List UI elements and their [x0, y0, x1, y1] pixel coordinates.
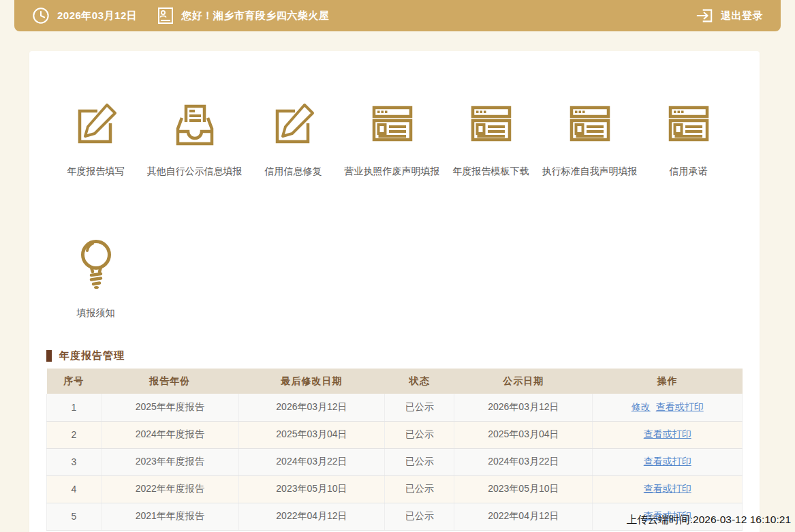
view-print-link[interactable]: 查看或打印 — [644, 428, 691, 439]
action-label: 其他自行公示信息填报 — [147, 166, 243, 178]
view-print-link[interactable]: 查看或打印 — [644, 483, 691, 494]
header-actions: 操作 — [593, 369, 743, 394]
topbar: 2026年03月12日 您好！湘乡市育段乡四六柴火屋 退出登录 — [14, 0, 781, 31]
action-label: 年度报告填写 — [67, 166, 125, 178]
action-credit-commitment[interactable]: 信用承诺 — [639, 99, 738, 178]
action-label: 信用承诺 — [670, 166, 708, 178]
cell-status: 已公示 — [385, 421, 454, 448]
logout-button[interactable]: 退出登录 — [696, 7, 763, 25]
action-license-void-declare[interactable]: 营业执照作废声明填报 — [343, 99, 441, 178]
cell-published: 2026年03月12日 — [454, 394, 593, 421]
cell-year: 2023年年度报告 — [101, 448, 238, 475]
current-date: 2026年03月12日 — [57, 10, 137, 22]
table-header-row: 序号 报告年份 最后修改日期 状态 公示日期 操作 — [47, 369, 743, 394]
cell-year: 2025年年度报告 — [101, 394, 238, 421]
logout-icon — [696, 7, 713, 25]
cell-actions: 查看或打印 — [593, 448, 743, 475]
edit-icon — [72, 99, 121, 148]
main-card: 年度报告填写 其他自行公示信息填报 — [29, 51, 760, 532]
topbar-left: 2026年03月12日 您好！湘乡市育段乡四六柴火屋 — [32, 7, 329, 25]
header-published: 公示日期 — [454, 369, 593, 394]
cell-published: 2025年03月04日 — [454, 421, 593, 448]
section-header: 年度报告管理 — [46, 349, 760, 362]
cell-published: 2023年05月10日 — [454, 475, 593, 503]
form-icon — [368, 99, 417, 148]
cell-no: 5 — [47, 503, 102, 530]
cell-actions: 修改查看或打印 — [593, 394, 743, 421]
inbox-doc-icon — [170, 99, 219, 148]
cell-actions: 查看或打印 — [593, 421, 743, 448]
action-filing-notice[interactable]: 填报须知 — [46, 240, 145, 319]
table-row: 42022年年度报告2023年05月10日已公示2023年05月10日查看或打印 — [47, 475, 743, 503]
action-credit-repair[interactable]: 信用信息修复 — [244, 99, 343, 178]
cell-modified: 2023年05月10日 — [238, 475, 384, 503]
section-marker — [46, 350, 52, 362]
view-print-link[interactable]: 查看或打印 — [644, 456, 691, 467]
cell-modified: 2025年03月04日 — [238, 421, 384, 448]
header-status: 状态 — [385, 369, 454, 394]
cell-no: 2 — [47, 421, 102, 448]
cell-status: 已公示 — [385, 394, 454, 421]
user-badge-icon — [157, 7, 174, 25]
clock-icon — [32, 7, 50, 25]
action-other-publicity-fill[interactable]: 其他自行公示信息填报 — [145, 99, 244, 178]
form-icon — [467, 99, 516, 148]
cell-status: 已公示 — [385, 503, 454, 530]
table-row: 22024年年度报告2025年03月04日已公示2025年03月04日查看或打印 — [47, 421, 743, 448]
cell-no: 4 — [47, 475, 102, 503]
cell-year: 2024年年度报告 — [101, 421, 238, 448]
action-label: 执行标准自我声明填报 — [542, 166, 638, 178]
header-year: 报告年份 — [101, 369, 238, 394]
cell-modified: 2024年03月22日 — [238, 448, 384, 475]
modify-link[interactable]: 修改 — [632, 401, 651, 412]
cell-no: 3 — [47, 448, 102, 475]
action-label: 填报须知 — [77, 307, 115, 319]
action-label: 信用信息修复 — [265, 166, 322, 178]
cell-published: 2022年04月12日 — [454, 503, 593, 530]
cell-published: 2024年03月22日 — [454, 448, 593, 475]
logout-label: 退出登录 — [721, 10, 763, 22]
table-row: 32023年年度报告2024年03月22日已公示2024年03月22日查看或打印 — [47, 448, 743, 475]
table-row: 12025年年度报告2026年03月12日已公示2026年03月12日修改查看或… — [47, 394, 743, 421]
action-label: 营业执照作废声明填报 — [345, 166, 440, 178]
quick-actions-row: 年度报告填写 其他自行公示信息填报 — [29, 51, 760, 178]
annual-report-table: 序号 报告年份 最后修改日期 状态 公示日期 操作 12025年年度报告2026… — [46, 369, 743, 531]
form-icon — [565, 99, 614, 148]
action-standard-self-declare[interactable]: 执行标准自我声明填报 — [540, 99, 639, 178]
report-table-body: 12025年年度报告2026年03月12日已公示2026年03月12日修改查看或… — [47, 394, 743, 530]
edit-icon — [269, 99, 318, 148]
action-label: 年度报告模板下载 — [453, 166, 529, 178]
header-modified: 最后修改日期 — [238, 369, 384, 394]
notice-row: 填报须知 — [29, 178, 760, 319]
cell-status: 已公示 — [385, 475, 454, 503]
cell-status: 已公示 — [385, 448, 454, 475]
view-print-link[interactable]: 查看或打印 — [656, 401, 704, 412]
header-no: 序号 — [47, 369, 102, 394]
section-title: 年度报告管理 — [59, 349, 125, 362]
action-template-download[interactable]: 年度报告模板下载 — [441, 99, 540, 178]
upload-time-watermark: 上传云端时间:2026-03-12 16:10:21 — [627, 513, 791, 527]
bulb-icon — [71, 240, 121, 290]
cell-no: 1 — [47, 394, 102, 421]
form-icon — [664, 99, 713, 148]
action-annual-report-fill[interactable]: 年度报告填写 — [46, 99, 145, 178]
cell-actions: 查看或打印 — [593, 475, 743, 503]
cell-year: 2021年年度报告 — [101, 503, 238, 530]
cell-modified: 2022年04月12日 — [238, 503, 384, 530]
cell-year: 2022年年度报告 — [101, 475, 238, 503]
greeting-text: 您好！湘乡市育段乡四六柴火屋 — [181, 10, 329, 22]
cell-modified: 2026年03月12日 — [238, 394, 384, 421]
